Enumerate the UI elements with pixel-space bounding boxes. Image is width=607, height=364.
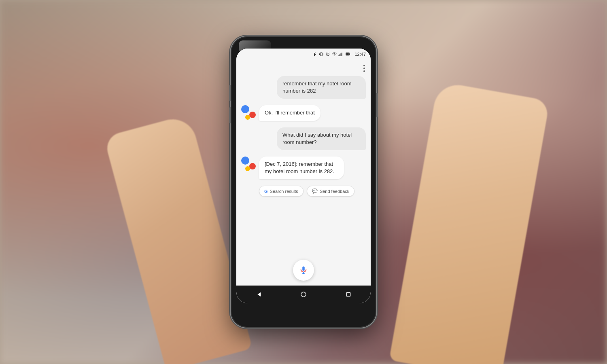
svg-rect-1 bbox=[319, 53, 320, 55]
home-icon bbox=[300, 291, 307, 298]
volume-up-button[interactable] bbox=[229, 85, 231, 101]
mic-icon bbox=[299, 266, 308, 275]
phone: 12:47 remember that my hotel room number… bbox=[231, 36, 376, 328]
dot-yellow-2 bbox=[245, 166, 250, 171]
assistant-avatar-2 bbox=[241, 157, 256, 171]
dot3 bbox=[363, 70, 365, 72]
svg-rect-5 bbox=[339, 55, 340, 56]
bluetooth-icon bbox=[312, 52, 317, 57]
svg-rect-12 bbox=[302, 267, 305, 271]
volume-down-button[interactable] bbox=[229, 107, 231, 123]
dot-blue-1 bbox=[241, 105, 249, 113]
overflow-menu-button[interactable] bbox=[362, 63, 367, 74]
status-bar: 12:47 bbox=[236, 49, 371, 60]
user-message-1: remember that my hotel room number is 28… bbox=[277, 76, 366, 99]
svg-rect-7 bbox=[341, 53, 342, 56]
power-button[interactable] bbox=[376, 93, 378, 117]
svg-marker-15 bbox=[258, 292, 261, 297]
back-button[interactable] bbox=[255, 290, 263, 298]
assistant-row-2: [Dec 7, 2016]: remember that my hotel ro… bbox=[241, 157, 366, 179]
feedback-icon: 💬 bbox=[312, 188, 318, 194]
svg-point-4 bbox=[334, 55, 335, 56]
dot-blue-2 bbox=[241, 157, 249, 165]
mic-area bbox=[236, 255, 371, 286]
dot2 bbox=[363, 68, 365, 69]
recents-icon bbox=[346, 292, 351, 297]
assistant-message-1: Ok, I'll remember that bbox=[259, 105, 320, 121]
assistant-row-1: Ok, I'll remember that bbox=[241, 105, 366, 121]
google-g-icon: G bbox=[264, 189, 268, 194]
dot-red-1 bbox=[249, 112, 256, 118]
svg-point-16 bbox=[301, 292, 306, 297]
alarm-icon bbox=[325, 52, 330, 57]
nav-bar bbox=[236, 286, 371, 303]
svg-rect-10 bbox=[346, 53, 349, 55]
svg-rect-8 bbox=[342, 53, 342, 56]
send-feedback-label: Send feedback bbox=[320, 189, 349, 194]
screen: 12:47 remember that my hotel room number… bbox=[236, 49, 371, 303]
svg-rect-11 bbox=[350, 54, 350, 55]
back-icon bbox=[255, 291, 262, 298]
battery-icon bbox=[345, 52, 351, 57]
svg-rect-6 bbox=[340, 54, 340, 56]
wifi-icon bbox=[332, 52, 337, 57]
vibrate-icon bbox=[319, 52, 324, 57]
mic-button[interactable] bbox=[293, 260, 314, 281]
user-message-2: What did I say about my hotel room numbe… bbox=[277, 127, 366, 150]
chat-area: remember that my hotel room number is 28… bbox=[236, 60, 371, 255]
signal-icon bbox=[338, 52, 343, 57]
search-results-label: Search results bbox=[270, 189, 298, 194]
search-results-button[interactable]: G Search results bbox=[259, 186, 304, 197]
dot1 bbox=[363, 65, 365, 66]
recents-button[interactable] bbox=[344, 290, 352, 298]
dot-yellow-1 bbox=[245, 115, 250, 120]
assistant-avatar-1 bbox=[241, 105, 256, 120]
svg-rect-17 bbox=[346, 292, 350, 296]
svg-rect-0 bbox=[320, 53, 323, 56]
assistant-message-2: [Dec 7, 2016]: remember that my hotel ro… bbox=[259, 157, 344, 179]
status-icons: 12:47 bbox=[312, 52, 366, 57]
status-time: 12:47 bbox=[354, 52, 366, 57]
app-content: remember that my hotel room number is 28… bbox=[236, 60, 371, 286]
action-buttons: G Search results 💬 Send feedback bbox=[259, 186, 366, 197]
send-feedback-button[interactable]: 💬 Send feedback bbox=[307, 186, 354, 197]
svg-rect-2 bbox=[323, 53, 323, 55]
home-button[interactable] bbox=[299, 290, 308, 298]
dot-red-2 bbox=[249, 163, 256, 169]
